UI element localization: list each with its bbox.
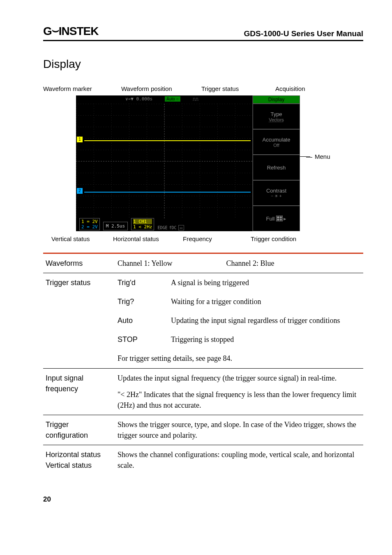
trigger-footer: For trigger setting details, see page 84… — [115, 349, 363, 368]
label-vertical-status: Vertical status — [43, 235, 113, 242]
row-hstatus-label: Horizontal status — [46, 449, 113, 460]
scope-side-menu: Display Type Vectors Accumulate Off Refr… — [253, 95, 300, 231]
section-heading: Display — [43, 58, 363, 71]
description-table: Waveforms Channel 1: Yellow Channel 2: B… — [43, 253, 363, 475]
menu-callout-label: —Menu — [306, 153, 330, 160]
isf-p1: Updates the input signal frequency (the … — [118, 373, 361, 383]
label-waveform-marker: Waveform marker — [43, 85, 121, 92]
trigger-config-desc: Shows the trigger source, type, and slop… — [115, 415, 363, 445]
trig-name-3: STOP — [115, 330, 168, 349]
isf-p2: "< 2Hz" Indicates that the signal freque… — [118, 389, 361, 411]
row-input-signal-freq-label: Input signal frequency — [43, 368, 115, 415]
hv-status-desc: Shows the channel configurations: coupli… — [115, 445, 363, 475]
trig-desc-2: Updating the input signal regardless of … — [168, 311, 363, 330]
trig-desc-0: A signal is being triggered — [168, 273, 363, 293]
waveform-grid — [76, 104, 253, 219]
menu-header: Display — [253, 95, 300, 104]
menu-item-refresh[interactable]: Refresh — [253, 155, 300, 180]
trig-desc-1: Waiting for a trigger condition — [168, 292, 363, 311]
trig-name-0: Trig'd — [115, 273, 168, 293]
menu-item-type[interactable]: Type Vectors — [253, 104, 300, 129]
oscilloscope-screen: 1 2 ∨→▼ 0.000s Auto ○ ⎍⎍ 1 = 2V 2 = 2V M… — [76, 95, 300, 231]
label-trigger-condition: Trigger condition — [251, 235, 296, 242]
channel-2-marker: 2 — [77, 188, 83, 194]
acquisition-icon: ⎍⎍ — [193, 97, 198, 102]
brand-logo: G⌣INSTEK — [43, 25, 98, 38]
waveforms-ch1: Channel 1: Yellow — [118, 258, 224, 269]
grid-icon — [276, 216, 283, 221]
row-trigger-status-label: Trigger status — [43, 273, 115, 368]
label-frequency: Frequency — [183, 235, 251, 242]
row-waveforms-label: Waveforms — [43, 253, 115, 273]
trigger-condition-readout: EDGE fDC ▭ — [157, 225, 184, 230]
waveform-position-readout: ∨→▼ 0.000s — [125, 96, 152, 102]
menu-item-contrast[interactable]: Contrast − ☀ + — [253, 180, 300, 206]
row-trigger-config-label: Trigger configuration — [43, 415, 115, 445]
label-horizontal-status: Horizontal status — [113, 235, 183, 242]
channel-1-marker: 1 — [77, 137, 83, 142]
trig-name-2: Auto — [115, 311, 168, 330]
menu-item-accumulate[interactable]: Accumulate Off — [253, 129, 300, 155]
row-vstatus-label: Vertical status — [46, 460, 113, 471]
label-acquisition: Acquisition — [275, 85, 305, 92]
label-trigger-status: Trigger status — [201, 85, 275, 92]
trigger-status-badge: Auto ○ — [165, 96, 180, 102]
page-header: G⌣INSTEK GDS-1000-U Series User Manual — [43, 25, 363, 41]
horizontal-status-readout: M 2.5us — [103, 222, 128, 230]
frequency-readout: 1 CH1 1 < 2Hz — [131, 218, 154, 230]
trig-desc-3: Triggering is stopped — [168, 330, 363, 349]
label-waveform-position: Waveform position — [121, 85, 201, 92]
display-diagram: Waveform marker Waveform position Trigge… — [43, 85, 363, 242]
trig-name-1: Trig? — [115, 292, 168, 311]
manual-title: GDS-1000-U Series User Manual — [244, 29, 363, 38]
waveforms-ch2: Channel 2: Blue — [226, 259, 274, 267]
vertical-status-readout: 1 = 2V 2 = 2V — [79, 218, 100, 230]
page-number: 20 — [43, 495, 363, 504]
menu-item-full[interactable]: Full ▸ — [253, 206, 300, 231]
